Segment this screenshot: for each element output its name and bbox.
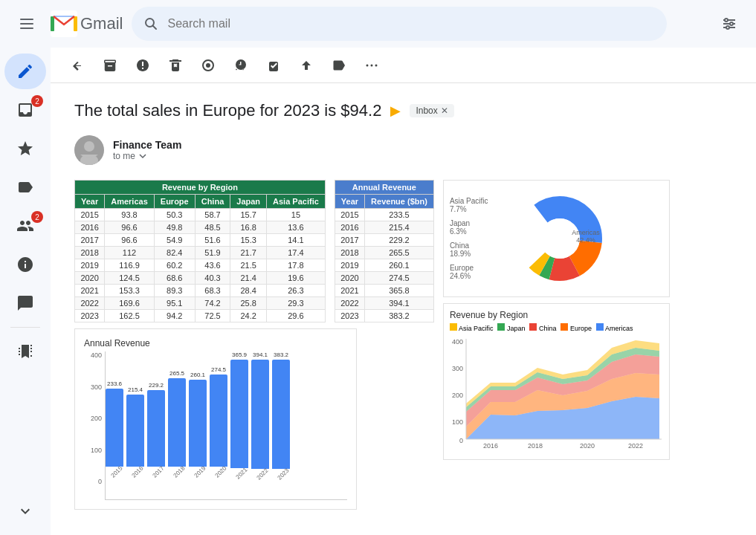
move-button[interactable] [291,51,321,80]
americas-pct: 42.4% [576,236,595,244]
search-bar[interactable] [132,7,667,41]
table-cell: 43.6 [195,259,230,272]
bar-chart-container: Annual Revenue 400 300 200 100 0 [74,328,357,510]
table-cell: 96.6 [105,221,155,234]
sender-row: Finance Team to me [74,135,732,165]
annual-table-container: Annual Revenue Year Revenue ($bn) 201523… [335,180,434,322]
table-cell: 112 [105,247,155,259]
topbar: Gmail [0,0,756,48]
more-button[interactable] [357,51,387,80]
sidebar-expand[interactable] [4,493,46,529]
search-input[interactable] [167,17,655,30]
table-cell: 2020 [75,272,105,285]
sidebar-item-people[interactable]: 2 [4,208,46,244]
table-row: 2021153.389.368.328.426.3 [75,285,326,297]
table-row: 2019260.1 [335,259,433,272]
table-cell: 74.2 [195,297,230,310]
legend-am: Americas [596,323,633,332]
table-cell: 229.2 [365,234,434,247]
col-china: China [195,195,230,209]
table-cell: 48.5 [195,221,230,234]
y-label-200: 200 [84,415,102,422]
sidebar-divider [10,327,40,328]
svg-text:2018: 2018 [528,442,543,450]
inbox-badge-label: Inbox ✕ [410,104,453,117]
table-cell: 15.7 [230,209,267,221]
sender-to[interactable]: to me [113,151,181,161]
table-cell: 50.3 [154,209,195,221]
svg-text:2020: 2020 [580,442,595,450]
bar-wrap: 229.22017 [147,351,165,484]
archive-button[interactable] [95,51,125,80]
people-badge: 2 [31,211,43,223]
bar [168,378,186,467]
table-cell: 169.6 [105,297,155,310]
svg-line-7 [153,26,157,30]
task-button[interactable] [259,51,288,80]
svg-text:300: 300 [452,365,463,372]
y-label-100: 100 [84,447,102,454]
bar-value-label: 233.6 [107,380,122,387]
table-cell: 21.5 [230,259,267,272]
bar [147,390,165,467]
svg-rect-2 [20,27,33,29]
table-cell: 17.4 [267,247,326,259]
inbox-text: Inbox [416,106,437,116]
star-icon [16,140,34,158]
menu-button[interactable] [12,9,42,39]
chat-icon [16,294,34,312]
table-cell: 28.4 [230,285,267,297]
table-cell: 2021 [75,285,105,297]
table-cell: 2016 [335,221,364,234]
inbox-close-button[interactable]: ✕ [441,106,448,116]
report-button[interactable] [128,51,158,80]
table-cell: 2016 [75,221,105,234]
svg-text:2016: 2016 [483,442,498,450]
sidebar-item-tags[interactable] [4,334,46,369]
annual-table-title: Annual Revenue [335,181,433,195]
y-label-0: 0 [84,478,102,485]
snooze-button[interactable] [226,51,256,80]
table-row: 2022394.1 [335,297,433,310]
mark-button[interactable] [193,51,223,80]
table-row: 2021365.8 [335,285,433,297]
sidebar-item-compose[interactable] [4,54,46,89]
sidebar-item-starred[interactable] [4,131,46,166]
avatar [74,135,104,165]
table-cell: 153.3 [105,285,155,297]
sidebar-item-chat[interactable] [4,285,46,321]
sidebar-item-labels[interactable] [4,169,46,205]
bar-wrap: 365.92021 [230,351,248,484]
table-row: 2018265.5 [335,247,433,259]
back-button[interactable] [62,51,92,80]
delete-button[interactable] [161,51,190,80]
svg-text:400: 400 [452,338,463,346]
tune-icon[interactable] [714,9,744,39]
svg-rect-1 [20,23,33,25]
svg-text:2022: 2022 [628,442,643,450]
table-row: 2020274.5 [335,272,433,285]
table-row: 201811282.451.921.717.4 [75,247,326,259]
area-chart-container: Revenue by Region Asia Pacific Japan Chi… [443,303,670,460]
tables-row: Revenue by Region Year Americas Europe C… [74,180,434,322]
region-table-title: Revenue by Region [75,181,326,195]
table-cell: 21.4 [230,272,267,285]
col-year: Year [75,195,105,209]
table-cell: 2023 [335,310,364,322]
sender-name: Finance Team [113,139,181,151]
legend-ap: Asia Pacific [450,323,494,332]
labels-button[interactable] [324,51,354,80]
table-row: 201796.654.951.615.314.1 [75,234,326,247]
sidebar-item-inbox[interactable]: 2 [4,92,46,128]
table-cell: 25.8 [230,297,267,310]
table-row: 2022169.695.174.225.829.3 [75,297,326,310]
table-cell: 215.4 [365,221,434,234]
sidebar-item-info[interactable] [4,247,46,282]
svg-rect-5 [74,16,77,31]
annual-table: Annual Revenue Year Revenue ($bn) 201523… [335,180,434,322]
svg-point-13 [726,26,729,29]
region-table-container: Revenue by Region Year Americas Europe C… [74,180,326,322]
toolbar [51,48,756,83]
bar-year-label: 2023 [277,467,295,486]
bar [106,389,123,467]
